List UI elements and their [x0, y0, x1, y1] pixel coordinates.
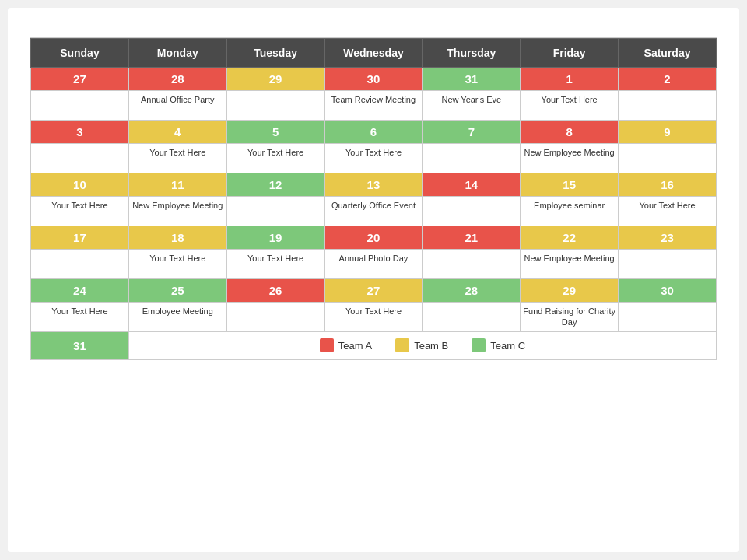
date-cell: 18	[128, 226, 226, 250]
date-cell: 30	[324, 68, 423, 91]
event-cell: Annual Photo Day	[324, 250, 423, 279]
event-cell: Your Text Here	[128, 250, 226, 279]
event-cell: New Employee Meeting	[521, 250, 619, 279]
date-cell: 31	[423, 68, 521, 91]
legend-red-box	[320, 338, 334, 352]
date-cell: 31	[31, 332, 129, 359]
date-cell: 11	[128, 173, 226, 197]
header-cell: Wednesday	[324, 39, 423, 68]
last-date-row: 31 Team A Team B Team C	[31, 332, 717, 359]
event-cell	[31, 91, 129, 121]
date-cell: 17	[31, 226, 129, 250]
event-cell: Employee seminar	[521, 197, 619, 226]
legend-green-box	[472, 338, 486, 352]
event-cell: Your Text Here	[324, 144, 423, 173]
date-cell: 9	[619, 121, 717, 144]
date-cell: 4	[128, 121, 226, 144]
event-cell: Your Text Here	[31, 197, 129, 226]
event-cell	[423, 144, 521, 173]
date-cell: 1	[521, 68, 619, 91]
event-cell: Quarterly Office Event	[324, 197, 423, 226]
event-cell: Annual Office Party	[128, 91, 226, 121]
event-cell	[619, 250, 717, 279]
date-cell: 27	[324, 279, 423, 303]
date-cell: 22	[521, 226, 619, 250]
event-cell: Your Text Here	[324, 303, 423, 332]
event-cell	[226, 197, 324, 226]
legend-team-a-label: Team A	[338, 340, 372, 352]
calendar: SundayMondayTuesdayWednesdayThursdayFrid…	[30, 37, 717, 360]
legend-team-c: Team C	[472, 338, 525, 352]
event-cell	[619, 303, 717, 332]
date-cell: 5	[226, 121, 324, 144]
date-cell: 28	[423, 279, 521, 303]
header-cell: Saturday	[619, 39, 717, 68]
event-cell	[31, 144, 129, 173]
date-cell: 14	[423, 173, 521, 197]
event-cell: Employee Meeting	[128, 303, 226, 332]
event-cell: New Employee Meeting	[128, 197, 226, 226]
legend-cell: Team A Team B Team C	[128, 332, 716, 359]
header-row: SundayMondayTuesdayWednesdayThursdayFrid…	[31, 39, 717, 68]
date-cell: 16	[619, 173, 717, 197]
header-cell: Thursday	[423, 39, 521, 68]
date-cell: 2	[619, 68, 717, 91]
page: SundayMondayTuesdayWednesdayThursdayFrid…	[8, 8, 739, 552]
event-cell: Fund Raising for Charity Day	[521, 303, 619, 332]
date-row: 3456789	[31, 121, 717, 144]
date-cell: 10	[31, 173, 129, 197]
event-row: Annual Office PartyTeam Review MeetingNe…	[31, 91, 717, 121]
date-cell: 30	[619, 279, 717, 303]
date-cell: 12	[226, 173, 324, 197]
event-row: Your Text HereYour Text HereAnnual Photo…	[31, 250, 717, 279]
date-cell: 15	[521, 173, 619, 197]
date-cell: 7	[423, 121, 521, 144]
event-cell: Your Text Here	[619, 197, 717, 226]
event-cell: Team Review Meeting	[324, 91, 423, 121]
date-cell: 24	[31, 279, 129, 303]
date-cell: 28	[128, 68, 226, 91]
legend-team-b-label: Team B	[414, 340, 448, 352]
header-cell: Sunday	[31, 39, 129, 68]
date-cell: 21	[423, 226, 521, 250]
date-cell: 20	[324, 226, 423, 250]
event-row: Your Text HereNew Employee MeetingQuarte…	[31, 197, 717, 226]
date-cell: 23	[619, 226, 717, 250]
date-cell: 29	[521, 279, 619, 303]
date-cell: 25	[128, 279, 226, 303]
date-cell: 13	[324, 173, 423, 197]
header-cell: Monday	[128, 39, 226, 68]
header-cell: Tuesday	[226, 39, 324, 68]
date-row: 10111213141516	[31, 173, 717, 197]
date-cell: 26	[226, 279, 324, 303]
date-cell: 6	[324, 121, 423, 144]
event-cell	[619, 91, 717, 121]
event-cell	[423, 197, 521, 226]
event-cell: Your Text Here	[226, 250, 324, 279]
event-row: Your Text HereYour Text HereYour Text He…	[31, 144, 717, 173]
event-cell: Your Text Here	[226, 144, 324, 173]
event-cell	[423, 303, 521, 332]
date-row: 17181920212223	[31, 226, 717, 250]
event-cell: Your Text Here	[31, 303, 129, 332]
event-cell	[226, 91, 324, 121]
legend-team-a: Team A	[320, 338, 372, 352]
event-cell	[423, 250, 521, 279]
event-cell: New Employee Meeting	[521, 144, 619, 173]
event-cell	[226, 303, 324, 332]
legend-team-c-label: Team C	[490, 340, 525, 352]
date-row: 272829303112	[31, 68, 717, 91]
date-cell: 8	[521, 121, 619, 144]
date-cell: 29	[226, 68, 324, 91]
event-cell: Your Text Here	[128, 144, 226, 173]
date-cell: 3	[31, 121, 129, 144]
header-cell: Friday	[521, 39, 619, 68]
date-row: 24252627282930	[31, 279, 717, 303]
event-cell: Your Text Here	[521, 91, 619, 121]
date-cell: 27	[31, 68, 129, 91]
event-cell: New Year's Eve	[423, 91, 521, 121]
date-cell: 19	[226, 226, 324, 250]
event-cell	[619, 144, 717, 173]
legend-team-b: Team B	[395, 338, 448, 352]
event-cell	[31, 250, 129, 279]
